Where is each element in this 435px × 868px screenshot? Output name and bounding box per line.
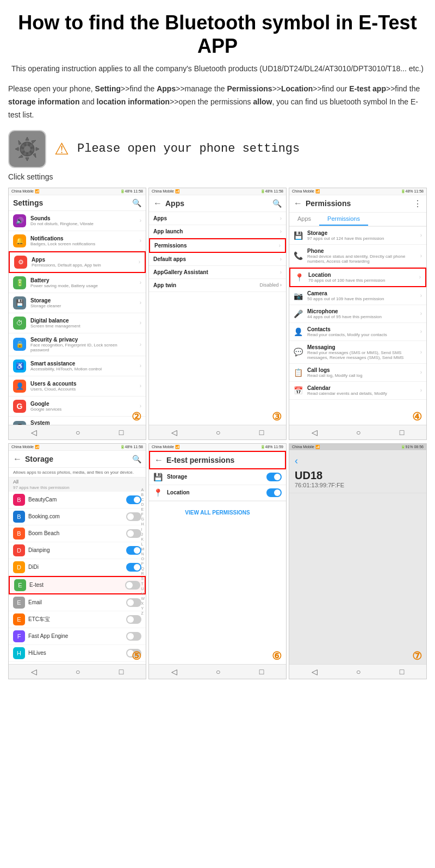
- nav-back[interactable]: ◁: [312, 667, 318, 676]
- phone-screen-4: China Mobile 📶 🔋48% 11:58 ← Storage 🔍 Al…: [8, 443, 146, 679]
- email-toggle[interactable]: [126, 598, 141, 607]
- apps-twin[interactable]: App twin Disabled ›: [149, 279, 286, 292]
- didi-toggle[interactable]: [126, 563, 141, 572]
- etest-toggle[interactable]: [125, 581, 140, 590]
- etest-storage-toggle[interactable]: [266, 473, 282, 481]
- perm-contacts[interactable]: 👤 Contacts Read your contacts, Modify yo…: [289, 323, 426, 341]
- perm-location-text: Location 70 apps out of 100 have this pe…: [308, 272, 415, 283]
- view-all-permissions-button[interactable]: VIEW ALL PERMISSIONS: [185, 510, 250, 516]
- time-6: 🔋91% 08:56: [401, 445, 424, 449]
- apps-twin-disabled: Disabled ›: [259, 282, 282, 288]
- search-icon-2[interactable]: 🔍: [272, 199, 282, 208]
- more-icon-3[interactable]: ⋮: [413, 199, 422, 209]
- etc-toggle[interactable]: [126, 615, 141, 624]
- app-row-booking[interactable]: B Booking.com: [9, 509, 146, 525]
- nav-bar-4: ◁ ○ □: [9, 664, 146, 679]
- apps-apps[interactable]: Apps ›: [149, 212, 286, 225]
- nav-home[interactable]: ○: [216, 667, 220, 676]
- chevron-icon: ›: [140, 300, 141, 306]
- nav-home[interactable]: ○: [216, 428, 220, 437]
- step-badge-3: ③: [272, 410, 282, 423]
- perm-messaging[interactable]: 💬 Messaging Read your messages (SMS or M…: [289, 341, 426, 364]
- nav-home[interactable]: ○: [76, 667, 80, 676]
- nav-back[interactable]: ◁: [31, 428, 37, 437]
- settings-smart-assist[interactable]: ♿ Smart assistance Accessibility, HiTouc…: [9, 356, 146, 376]
- settings-google[interactable]: G Google Google services ›: [9, 396, 146, 417]
- perm-calendar[interactable]: 📅 Calendar Read calendar events and deta…: [289, 382, 426, 400]
- app-row-beautycam[interactable]: B BeautyCam: [9, 492, 146, 509]
- nav-back[interactable]: ◁: [171, 667, 177, 676]
- nav-recent[interactable]: □: [119, 667, 123, 676]
- etest-perm-location[interactable]: 📍 Location: [149, 485, 286, 501]
- nav-home[interactable]: ○: [76, 428, 80, 437]
- chevron-icon: ›: [420, 387, 422, 393]
- settings-digital-balance[interactable]: ⏱ Digital balance Screen time management…: [9, 313, 146, 333]
- step-badge-4: ④: [412, 410, 422, 423]
- settings-users[interactable]: 👤 Users & accounts Users, Cloud, Account…: [9, 376, 146, 396]
- nav-home[interactable]: ○: [356, 428, 361, 437]
- apps-app-launch[interactable]: App launch ›: [149, 225, 286, 238]
- nav-back[interactable]: ◁: [31, 667, 37, 676]
- app-row-etc[interactable]: E ETC车宝: [9, 611, 146, 628]
- perm-calllogs[interactable]: 📋 Call logs Read call log, Modify call l…: [289, 364, 426, 382]
- perm-camera[interactable]: 📷 Camera 50 apps out of 109 have this pe…: [289, 287, 426, 305]
- nav-recent[interactable]: □: [400, 667, 404, 676]
- tab-permissions[interactable]: Permissions: [319, 213, 368, 226]
- phone-screen-6: China Mobile 📶 🔋91% 08:56 ‹ UD18 76:01:1…: [289, 443, 427, 679]
- app-row-didi[interactable]: D DiDi: [9, 559, 146, 576]
- tab-apps[interactable]: Apps: [289, 213, 319, 226]
- fastapp-toggle[interactable]: [126, 632, 141, 641]
- app-row-dianping[interactable]: D Dianping: [9, 542, 146, 559]
- etest-location-toggle[interactable]: [266, 488, 282, 497]
- settings-battery[interactable]: 🔋 Battery Power saving mode, Battery usa…: [9, 273, 146, 293]
- settings-apps[interactable]: ⚙ Apps Permissions, Default apps, App tw…: [9, 251, 146, 273]
- ud18-header: ‹ UD18 76:01:13:99:7F:FE: [289, 451, 426, 493]
- app-row-fastapp[interactable]: F Fast App Engine: [9, 628, 146, 645]
- apps-permissions-text: Permissions: [154, 243, 275, 249]
- search-icon-1[interactable]: 🔍: [132, 199, 141, 207]
- nav-home[interactable]: ○: [356, 667, 361, 676]
- apps-gallery[interactable]: AppGallery Assistant ›: [149, 266, 286, 279]
- nav-recent[interactable]: □: [259, 428, 264, 437]
- perm-microphone[interactable]: 🎤 Microphone 44 apps out of 95 have this…: [289, 305, 426, 323]
- carrier-2: China Mobile 📶: [152, 189, 180, 194]
- apps-permissions[interactable]: Permissions ›: [149, 238, 286, 253]
- nav-back[interactable]: ◁: [312, 428, 318, 437]
- nav-recent[interactable]: □: [259, 667, 264, 676]
- app-row-email[interactable]: E Email: [9, 594, 146, 611]
- settings-notifications[interactable]: 🔔 Notifications Badges, Lock screen noti…: [9, 231, 146, 251]
- didi-name: DiDi: [28, 564, 123, 570]
- dianping-toggle[interactable]: [126, 546, 141, 555]
- time-2: 🔋48% 11:58: [260, 189, 283, 194]
- boombeach-toggle[interactable]: [126, 529, 141, 538]
- app-row-boombeach[interactable]: B Boom Beach: [9, 525, 146, 542]
- app-row-hilives[interactable]: H HiLives: [9, 645, 146, 662]
- carrier-5: China Mobile 📶: [152, 445, 180, 449]
- nav-back[interactable]: ◁: [171, 428, 177, 437]
- booking-toggle[interactable]: [126, 512, 141, 521]
- perm-location[interactable]: 📍 Location 70 apps out of 100 have this …: [289, 268, 426, 287]
- settings-sounds[interactable]: 🔊 Sounds Do not disturb, Ringtone, Vibra…: [9, 211, 146, 231]
- back-arrow-5[interactable]: ←: [154, 455, 163, 465]
- nav-recent[interactable]: □: [119, 428, 123, 437]
- beautycam-toggle[interactable]: [126, 495, 141, 504]
- apps-default[interactable]: Default apps ›: [149, 253, 286, 266]
- settings-storage[interactable]: 💾 Storage Storage cleaner ›: [9, 293, 146, 313]
- fastapp-name: Fast App Engine: [28, 633, 123, 639]
- etest-perm-storage[interactable]: 💾 Storage: [149, 469, 286, 485]
- app-row-etest[interactable]: E E-test: [9, 576, 146, 594]
- nav-recent[interactable]: □: [400, 428, 404, 437]
- perm-phone[interactable]: 📞 Phone Read device status and identity,…: [289, 245, 426, 268]
- search-icon-4[interactable]: 🔍: [132, 455, 141, 463]
- time-1: 🔋48% 11:58: [120, 189, 143, 194]
- beautycam-icon: B: [13, 494, 25, 506]
- settings-security[interactable]: 🔒 Security & privacy Face recognition, F…: [9, 333, 146, 356]
- back-arrow-2[interactable]: ←: [153, 199, 162, 208]
- status-bar-1: China Mobile 📶 🔋48% 11:58: [9, 188, 146, 195]
- ud18-back-button[interactable]: ‹: [295, 455, 298, 466]
- back-arrow-4[interactable]: ←: [13, 454, 22, 464]
- perm-storage[interactable]: 💾 Storage 97 apps out of 124 have this p…: [289, 227, 426, 245]
- back-arrow-3[interactable]: ←: [294, 199, 302, 208]
- chevron-icon: ›: [420, 311, 422, 317]
- apps-text: Apps Permissions, Default apps, App twin: [32, 257, 134, 268]
